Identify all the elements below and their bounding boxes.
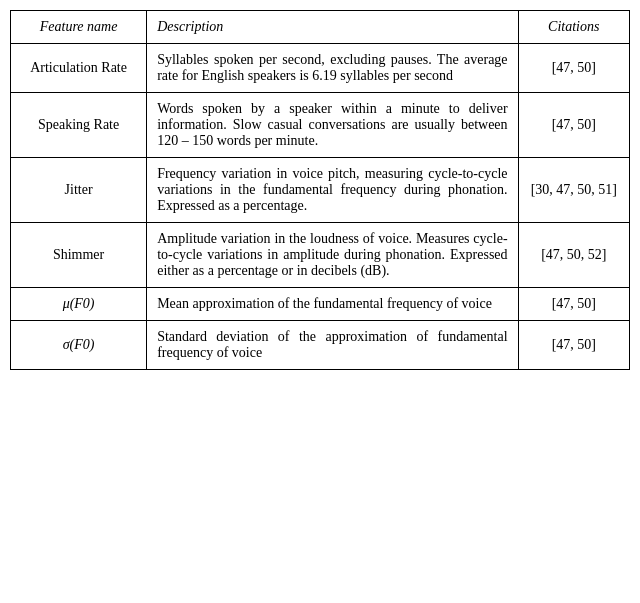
features-table: Feature name Description Citations Artic… <box>10 10 630 370</box>
description-cell: Words spoken by a speaker within a minut… <box>147 93 518 158</box>
table-row: μ(F0)Mean approximation of the fundament… <box>11 288 630 321</box>
description-cell: Standard deviation of the approximation … <box>147 321 518 370</box>
feature-cell: Speaking Rate <box>11 93 147 158</box>
feature-cell: μ(F0) <box>11 288 147 321</box>
feature-cell: Articulation Rate <box>11 44 147 93</box>
header-citations: Citations <box>518 11 629 44</box>
citations-cell: [47, 50] <box>518 93 629 158</box>
table-row: JitterFrequency variation in voice pitch… <box>11 158 630 223</box>
description-cell: Syllables spoken per second, excluding p… <box>147 44 518 93</box>
citations-cell: [47, 50] <box>518 321 629 370</box>
table-row: Articulation RateSyllables spoken per se… <box>11 44 630 93</box>
header-description: Description <box>147 11 518 44</box>
table-row: ShimmerAmplitude variation in the loudne… <box>11 223 630 288</box>
citations-cell: [47, 50, 52] <box>518 223 629 288</box>
table-row: σ(F0)Standard deviation of the approxima… <box>11 321 630 370</box>
citations-cell: [47, 50] <box>518 288 629 321</box>
description-cell: Amplitude variation in the loudness of v… <box>147 223 518 288</box>
feature-cell: Shimmer <box>11 223 147 288</box>
citations-cell: [47, 50] <box>518 44 629 93</box>
feature-cell: Jitter <box>11 158 147 223</box>
description-cell: Frequency variation in voice pitch, meas… <box>147 158 518 223</box>
feature-cell: σ(F0) <box>11 321 147 370</box>
description-cell: Mean approximation of the fundamental fr… <box>147 288 518 321</box>
header-feature: Feature name <box>11 11 147 44</box>
citations-cell: [30, 47, 50, 51] <box>518 158 629 223</box>
table-row: Speaking RateWords spoken by a speaker w… <box>11 93 630 158</box>
